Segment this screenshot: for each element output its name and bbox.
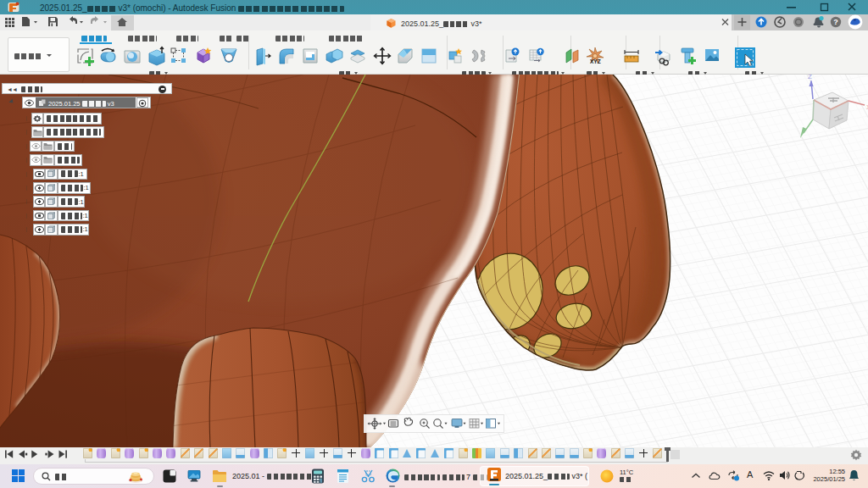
- svg-text:?: ?: [833, 18, 838, 26]
- svg-text:Z: Z: [808, 75, 812, 80]
- svg-text:XYZ: XYZ: [590, 58, 601, 64]
